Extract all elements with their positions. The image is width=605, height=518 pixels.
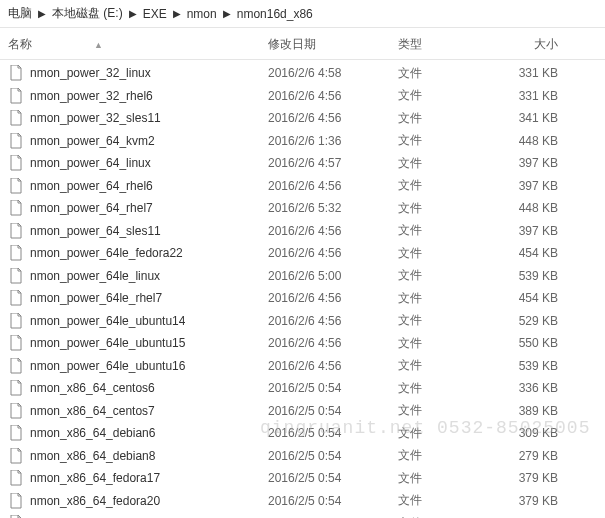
list-item[interactable]: nmon_x86_64_debian62016/2/5 0:54文件309 KB	[0, 422, 605, 445]
file-date: 2016/2/6 4:57	[268, 156, 398, 170]
list-item[interactable]: nmon_x86_64_fedora202016/2/5 0:54文件379 K…	[0, 490, 605, 513]
file-name: nmon_power_64_rhel7	[30, 201, 153, 215]
list-item[interactable]: nmon_x86_64_debian82016/2/5 0:54文件279 KB	[0, 445, 605, 468]
file-date: 2016/2/6 4:56	[268, 179, 398, 193]
list-item[interactable]: nmon_power_32_linux2016/2/6 4:58文件331 KB	[0, 62, 605, 85]
breadcrumb-item[interactable]: EXE	[143, 7, 167, 21]
file-icon	[8, 88, 24, 104]
file-icon	[8, 425, 24, 441]
file-name: nmon_x86_64_fedora17	[30, 471, 160, 485]
file-icon	[8, 155, 24, 171]
list-item[interactable]: nmon_power_64le_linux2016/2/6 5:00文件539 …	[0, 265, 605, 288]
column-header-date[interactable]: 修改日期	[268, 36, 398, 53]
file-date: 2016/2/5 0:54	[268, 449, 398, 463]
column-headers: 名称 ▲ 修改日期 类型 大小	[0, 28, 605, 60]
list-item[interactable]: nmon_power_64_rhel72016/2/6 5:32文件448 KB	[0, 197, 605, 220]
list-item[interactable]: nmon_power_64le_ubuntu162016/2/6 4:56文件5…	[0, 355, 605, 378]
file-icon	[8, 335, 24, 351]
file-size: 539 KB	[498, 359, 578, 373]
file-name: nmon_power_64le_rhel7	[30, 291, 162, 305]
file-size: 331 KB	[498, 66, 578, 80]
file-date: 2016/2/6 4:56	[268, 336, 398, 350]
breadcrumb-item[interactable]: 电脑	[8, 5, 32, 22]
file-date: 2016/2/5 0:54	[268, 381, 398, 395]
file-icon	[8, 245, 24, 261]
file-icon	[8, 223, 24, 239]
file-type: 文件	[398, 335, 498, 352]
list-item[interactable]: nmon_power_32_rhel62016/2/6 4:56文件331 KB	[0, 85, 605, 108]
file-name: nmon_power_64_linux	[30, 156, 151, 170]
file-name: nmon_x86_64_centos6	[30, 381, 155, 395]
breadcrumb-item[interactable]: nmon	[187, 7, 217, 21]
list-item[interactable]: nmon_x86_64_centos72016/2/5 0:54文件389 KB	[0, 400, 605, 423]
file-size: 448 KB	[498, 201, 578, 215]
file-type: 文件	[398, 402, 498, 419]
file-type: 文件	[398, 357, 498, 374]
column-header-size[interactable]: 大小	[498, 36, 578, 53]
file-icon	[8, 110, 24, 126]
file-type: 文件	[398, 222, 498, 239]
file-name: nmon_power_64le_linux	[30, 269, 160, 283]
file-date: 2016/2/6 5:00	[268, 269, 398, 283]
chevron-right-icon: ▶	[223, 8, 231, 19]
file-name: nmon_power_64_rhel6	[30, 179, 153, 193]
file-size: 539 KB	[498, 269, 578, 283]
file-type: 文件	[398, 110, 498, 127]
file-name: nmon_power_32_sles11	[30, 111, 161, 125]
list-item[interactable]: nmon_x86_64_fedora172016/2/5 0:54文件379 K…	[0, 467, 605, 490]
file-type: 文件	[398, 155, 498, 172]
file-size: 379 KB	[498, 494, 578, 508]
file-icon	[8, 65, 24, 81]
list-item[interactable]: nmon_power_64_kvm22016/2/6 1:36文件448 KB	[0, 130, 605, 153]
file-type: 文件	[398, 245, 498, 262]
file-name: nmon_x86_64_debian6	[30, 426, 155, 440]
file-type: 文件	[398, 312, 498, 329]
file-date: 2016/2/6 4:56	[268, 314, 398, 328]
file-type: 文件	[398, 177, 498, 194]
file-name: nmon_x86_64_fedora20	[30, 494, 160, 508]
list-item[interactable]: nmon_power_64le_fedora222016/2/6 4:56文件4…	[0, 242, 605, 265]
file-type: 文件	[398, 470, 498, 487]
list-item[interactable]: nmon_x86_64_fedora212016/2/5 0:54文件391 K…	[0, 512, 605, 518]
column-header-type[interactable]: 类型	[398, 36, 498, 53]
file-icon	[8, 470, 24, 486]
column-header-name[interactable]: 名称 ▲	[8, 36, 268, 53]
list-item[interactable]: nmon_power_32_sles112016/2/6 4:56文件341 K…	[0, 107, 605, 130]
file-icon	[8, 133, 24, 149]
list-item[interactable]: nmon_power_64_rhel62016/2/6 4:56文件397 KB	[0, 175, 605, 198]
file-icon	[8, 313, 24, 329]
file-type: 文件	[398, 267, 498, 284]
file-type: 文件	[398, 290, 498, 307]
list-item[interactable]: nmon_power_64le_ubuntu152016/2/6 4:56文件5…	[0, 332, 605, 355]
file-date: 2016/2/5 0:54	[268, 426, 398, 440]
chevron-right-icon: ▶	[129, 8, 137, 19]
file-size: 529 KB	[498, 314, 578, 328]
file-date: 2016/2/6 4:58	[268, 66, 398, 80]
file-date: 2016/2/5 0:54	[268, 494, 398, 508]
file-icon	[8, 380, 24, 396]
file-type: 文件	[398, 380, 498, 397]
file-icon	[8, 268, 24, 284]
file-size: 454 KB	[498, 291, 578, 305]
list-item[interactable]: nmon_power_64le_rhel72016/2/6 4:56文件454 …	[0, 287, 605, 310]
list-item[interactable]: nmon_power_64_sles112016/2/6 4:56文件397 K…	[0, 220, 605, 243]
file-type: 文件	[398, 132, 498, 149]
file-date: 2016/2/6 4:56	[268, 111, 398, 125]
file-icon	[8, 178, 24, 194]
file-icon	[8, 358, 24, 374]
file-type: 文件	[398, 87, 498, 104]
list-item[interactable]: nmon_power_64le_ubuntu142016/2/6 4:56文件5…	[0, 310, 605, 333]
file-size: 397 KB	[498, 224, 578, 238]
file-type: 文件	[398, 425, 498, 442]
file-icon	[8, 448, 24, 464]
file-name: nmon_power_64le_ubuntu16	[30, 359, 185, 373]
file-size: 331 KB	[498, 89, 578, 103]
list-item[interactable]: nmon_power_64_linux2016/2/6 4:57文件397 KB	[0, 152, 605, 175]
breadcrumb-item[interactable]: nmon16d_x86	[237, 7, 313, 21]
file-date: 2016/2/6 4:56	[268, 224, 398, 238]
file-size: 341 KB	[498, 111, 578, 125]
list-item[interactable]: nmon_x86_64_centos62016/2/5 0:54文件336 KB	[0, 377, 605, 400]
file-name: nmon_power_32_linux	[30, 66, 151, 80]
breadcrumb-item[interactable]: 本地磁盘 (E:)	[52, 5, 123, 22]
chevron-right-icon: ▶	[173, 8, 181, 19]
